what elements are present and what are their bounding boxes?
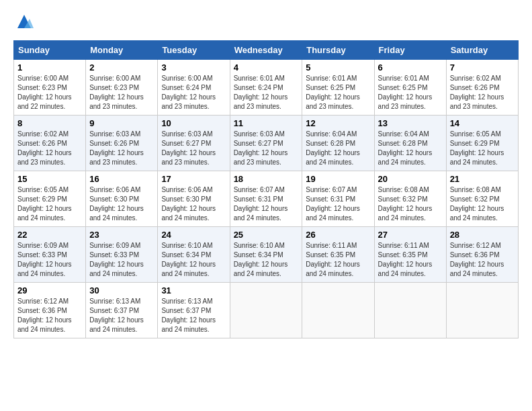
calendar-cell <box>374 283 446 338</box>
page-container: SundayMondayTuesdayWednesdayThursdayFrid… <box>0 0 532 345</box>
day-number: 12 <box>306 118 370 128</box>
day-header-wednesday: Wednesday <box>230 41 302 60</box>
calendar-cell <box>446 283 518 338</box>
calendar-cell: 20 Sunrise: 6:08 AMSunset: 6:32 PMDaylig… <box>374 171 446 227</box>
calendar-cell: 3 Sunrise: 6:00 AMSunset: 6:24 PMDayligh… <box>158 60 230 116</box>
calendar-cell: 21 Sunrise: 6:08 AMSunset: 6:32 PMDaylig… <box>446 171 518 227</box>
day-info: Sunrise: 6:03 AMSunset: 6:26 PMDaylight:… <box>89 130 144 166</box>
day-info: Sunrise: 6:02 AMSunset: 6:26 PMDaylight:… <box>450 75 504 110</box>
calendar-week-1: 1 Sunrise: 6:00 AMSunset: 6:23 PMDayligh… <box>14 60 519 116</box>
day-number: 30 <box>89 285 154 295</box>
calendar-cell: 1 Sunrise: 6:00 AMSunset: 6:23 PMDayligh… <box>14 60 86 116</box>
day-info: Sunrise: 6:10 AMSunset: 6:34 PMDaylight:… <box>234 242 288 277</box>
header <box>13 12 519 31</box>
day-header-thursday: Thursday <box>302 41 374 60</box>
day-number: 11 <box>234 118 299 128</box>
calendar-cell: 11 Sunrise: 6:03 AMSunset: 6:27 PMDaylig… <box>230 116 302 171</box>
day-info: Sunrise: 6:08 AMSunset: 6:32 PMDaylight:… <box>378 186 433 222</box>
day-number: 3 <box>161 62 226 73</box>
day-info: Sunrise: 6:00 AMSunset: 6:24 PMDaylight:… <box>161 75 216 110</box>
day-info: Sunrise: 6:07 AMSunset: 6:31 PMDaylight:… <box>234 186 288 222</box>
calendar-cell: 14 Sunrise: 6:05 AMSunset: 6:29 PMDaylig… <box>446 116 518 171</box>
day-number: 7 <box>450 62 515 73</box>
day-info: Sunrise: 6:09 AMSunset: 6:33 PMDaylight:… <box>17 242 72 277</box>
calendar-cell: 4 Sunrise: 6:01 AMSunset: 6:24 PMDayligh… <box>230 60 302 116</box>
calendar-cell: 18 Sunrise: 6:07 AMSunset: 6:31 PMDaylig… <box>230 171 302 227</box>
day-number: 26 <box>306 230 370 240</box>
calendar-cell: 30 Sunrise: 6:13 AMSunset: 6:37 PMDaylig… <box>86 283 158 338</box>
calendar-cell: 15 Sunrise: 6:05 AMSunset: 6:29 PMDaylig… <box>14 171 86 227</box>
calendar-cell: 25 Sunrise: 6:10 AMSunset: 6:34 PMDaylig… <box>230 227 302 283</box>
day-info: Sunrise: 6:04 AMSunset: 6:28 PMDaylight:… <box>378 130 433 166</box>
logo <box>13 12 35 31</box>
day-info: Sunrise: 6:00 AMSunset: 6:23 PMDaylight:… <box>89 75 144 110</box>
day-number: 8 <box>17 118 82 128</box>
calendar-cell: 29 Sunrise: 6:12 AMSunset: 6:36 PMDaylig… <box>14 283 86 338</box>
calendar-week-4: 22 Sunrise: 6:09 AMSunset: 6:33 PMDaylig… <box>14 227 519 283</box>
day-number: 1 <box>17 62 82 73</box>
day-info: Sunrise: 6:02 AMSunset: 6:26 PMDaylight:… <box>17 130 72 166</box>
day-header-monday: Monday <box>86 41 158 60</box>
day-number: 24 <box>161 230 226 240</box>
day-info: Sunrise: 6:06 AMSunset: 6:30 PMDaylight:… <box>89 186 144 222</box>
day-number: 9 <box>89 118 154 128</box>
day-number: 16 <box>89 174 154 184</box>
calendar-cell: 17 Sunrise: 6:06 AMSunset: 6:30 PMDaylig… <box>158 171 230 227</box>
day-number: 21 <box>450 174 515 184</box>
calendar-cell: 6 Sunrise: 6:01 AMSunset: 6:25 PMDayligh… <box>374 60 446 116</box>
calendar-cell: 13 Sunrise: 6:04 AMSunset: 6:28 PMDaylig… <box>374 116 446 171</box>
day-info: Sunrise: 6:12 AMSunset: 6:36 PMDaylight:… <box>17 298 72 333</box>
calendar-cell: 9 Sunrise: 6:03 AMSunset: 6:26 PMDayligh… <box>86 116 158 171</box>
day-number: 15 <box>17 174 82 184</box>
calendar-cell: 12 Sunrise: 6:04 AMSunset: 6:28 PMDaylig… <box>302 116 374 171</box>
day-number: 6 <box>378 62 443 73</box>
day-header-friday: Friday <box>374 41 446 60</box>
day-header-sunday: Sunday <box>14 41 86 60</box>
day-info: Sunrise: 6:01 AMSunset: 6:25 PMDaylight:… <box>378 75 433 110</box>
day-number: 10 <box>161 118 226 128</box>
day-number: 20 <box>378 174 443 184</box>
day-info: Sunrise: 6:11 AMSunset: 6:35 PMDaylight:… <box>378 242 433 277</box>
day-info: Sunrise: 6:04 AMSunset: 6:28 PMDaylight:… <box>306 130 360 166</box>
day-number: 18 <box>234 174 299 184</box>
day-info: Sunrise: 6:03 AMSunset: 6:27 PMDaylight:… <box>161 130 216 166</box>
day-header-tuesday: Tuesday <box>158 41 230 60</box>
calendar-week-5: 29 Sunrise: 6:12 AMSunset: 6:36 PMDaylig… <box>14 283 519 338</box>
calendar-cell <box>230 283 302 338</box>
calendar-cell: 26 Sunrise: 6:11 AMSunset: 6:35 PMDaylig… <box>302 227 374 283</box>
day-info: Sunrise: 6:12 AMSunset: 6:36 PMDaylight:… <box>450 242 504 277</box>
calendar-header-row: SundayMondayTuesdayWednesdayThursdayFrid… <box>14 41 519 60</box>
day-number: 17 <box>161 174 226 184</box>
calendar-cell: 8 Sunrise: 6:02 AMSunset: 6:26 PMDayligh… <box>14 116 86 171</box>
day-number: 19 <box>306 174 370 184</box>
day-info: Sunrise: 6:00 AMSunset: 6:23 PMDaylight:… <box>17 75 72 110</box>
logo-icon <box>15 12 34 31</box>
calendar-cell: 24 Sunrise: 6:10 AMSunset: 6:34 PMDaylig… <box>158 227 230 283</box>
day-number: 31 <box>161 285 226 295</box>
calendar-cell: 23 Sunrise: 6:09 AMSunset: 6:33 PMDaylig… <box>86 227 158 283</box>
calendar-week-3: 15 Sunrise: 6:05 AMSunset: 6:29 PMDaylig… <box>14 171 519 227</box>
day-info: Sunrise: 6:03 AMSunset: 6:27 PMDaylight:… <box>234 130 288 166</box>
calendar-cell: 22 Sunrise: 6:09 AMSunset: 6:33 PMDaylig… <box>14 227 86 283</box>
day-number: 13 <box>378 118 443 128</box>
day-info: Sunrise: 6:07 AMSunset: 6:31 PMDaylight:… <box>306 186 360 222</box>
calendar-cell: 19 Sunrise: 6:07 AMSunset: 6:31 PMDaylig… <box>302 171 374 227</box>
day-number: 25 <box>234 230 299 240</box>
calendar-week-2: 8 Sunrise: 6:02 AMSunset: 6:26 PMDayligh… <box>14 116 519 171</box>
day-number: 14 <box>450 118 515 128</box>
day-info: Sunrise: 6:05 AMSunset: 6:29 PMDaylight:… <box>450 130 504 166</box>
day-info: Sunrise: 6:09 AMSunset: 6:33 PMDaylight:… <box>89 242 144 277</box>
day-info: Sunrise: 6:01 AMSunset: 6:24 PMDaylight:… <box>234 75 288 110</box>
calendar-cell: 27 Sunrise: 6:11 AMSunset: 6:35 PMDaylig… <box>374 227 446 283</box>
day-info: Sunrise: 6:11 AMSunset: 6:35 PMDaylight:… <box>306 242 360 277</box>
calendar-cell: 31 Sunrise: 6:13 AMSunset: 6:37 PMDaylig… <box>158 283 230 338</box>
calendar-cell: 5 Sunrise: 6:01 AMSunset: 6:25 PMDayligh… <box>302 60 374 116</box>
calendar-table: SundayMondayTuesdayWednesdayThursdayFrid… <box>13 40 519 338</box>
calendar-cell: 10 Sunrise: 6:03 AMSunset: 6:27 PMDaylig… <box>158 116 230 171</box>
day-info: Sunrise: 6:08 AMSunset: 6:32 PMDaylight:… <box>450 186 504 222</box>
day-info: Sunrise: 6:13 AMSunset: 6:37 PMDaylight:… <box>161 298 216 333</box>
day-info: Sunrise: 6:01 AMSunset: 6:25 PMDaylight:… <box>306 75 360 110</box>
day-info: Sunrise: 6:10 AMSunset: 6:34 PMDaylight:… <box>161 242 216 277</box>
calendar-cell: 7 Sunrise: 6:02 AMSunset: 6:26 PMDayligh… <box>446 60 518 116</box>
calendar-cell <box>302 283 374 338</box>
